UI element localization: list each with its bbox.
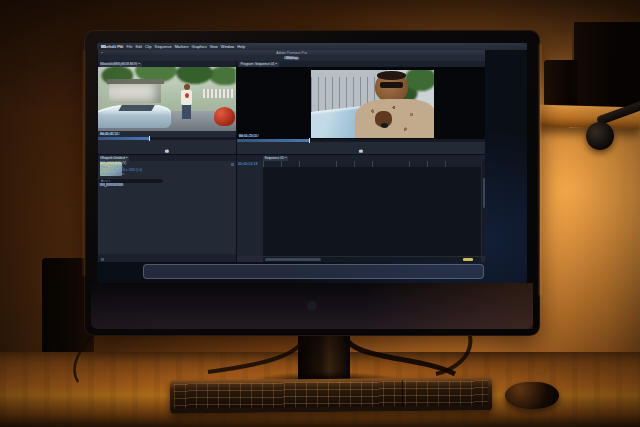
car-windshield — [118, 105, 155, 111]
clip-name: MVI_8057.MOV — [100, 184, 119, 188]
apple-keyboard — [170, 377, 492, 413]
source-timecode-duration: 00;00;46;12 — [100, 132, 118, 136]
timeline-vertical-scrollbar[interactable] — [482, 161, 485, 256]
menu-item-graphics[interactable]: Graphics — [191, 45, 206, 49]
timeline-panel: Sequence 01 ≡ 00;00;24;13 — [237, 155, 485, 262]
clip-caption: MVI_8057.MOVHD — [100, 184, 123, 188]
transport-button-8[interactable]: ▼ — [165, 149, 169, 153]
timeline-horizontal-scrollbar[interactable] — [263, 257, 481, 262]
tag-icon[interactable] — [231, 163, 234, 166]
project-clip-grid: MVI_8042.MOVHDMVI_8043.MOVHDMVI_8044.MOV… — [100, 184, 228, 254]
program-transport-controls: ≡{⇠◀▮▮▶⇢}▼ — [237, 147, 485, 154]
timeline-tracks-area[interactable] — [263, 161, 481, 256]
man-hair — [377, 71, 405, 79]
macos-dock — [143, 264, 484, 279]
screen: Premiere ProFileEditClipSequenceMarkersG… — [97, 43, 527, 283]
menu-bar-clock[interactable]: Thu 9:41 PM — [101, 45, 123, 49]
project-tab-2[interactable]: Libraries — [100, 156, 113, 160]
search-icon — [101, 180, 103, 182]
menu-item-window[interactable]: Window — [221, 45, 235, 49]
work-area-marker — [463, 258, 473, 261]
mouse — [505, 382, 559, 409]
search-input[interactable]: Search — [99, 179, 163, 183]
window-title: Adobe Premiere Pro — [276, 51, 307, 55]
program-scrub-bar[interactable] — [237, 139, 485, 142]
preview-line: 48000 Hz - Stereo — [100, 173, 142, 177]
menu-item-clip[interactable]: Clip — [145, 45, 152, 49]
program-video-frame[interactable] — [311, 70, 434, 138]
workspace-tab-»[interactable]: » — [291, 56, 293, 60]
program-monitor-panel: Program: Sequence 01 ≡ — [237, 61, 485, 154]
source-video-frame[interactable] — [98, 67, 236, 131]
project-preview: MVI_8058.MOV (V) Video, 23.976 fps 00;00… — [99, 161, 229, 178]
source-transport-controls: ≡{⇠◀▮▮▶⇢}▼ — [98, 147, 236, 154]
shirt-graphic — [185, 93, 189, 98]
project-side-rail — [230, 162, 235, 252]
tab-program[interactable]: Program: Sequence 01 ≡ — [239, 62, 279, 67]
fence — [203, 89, 233, 98]
menu-item-help[interactable]: Help — [237, 45, 245, 49]
red-car — [214, 107, 235, 126]
monitor-rim-light-right — [539, 44, 541, 296]
zoom-window-icon[interactable] — [101, 52, 103, 54]
premiere-window: Adobe Premiere Pro LearningAssemblyEditi… — [98, 50, 485, 262]
monitor-rim-light-left — [83, 50, 85, 276]
source-scrub-bar[interactable] — [98, 137, 236, 140]
delete-icon[interactable] — [101, 258, 104, 261]
monitor-chin — [91, 283, 533, 329]
menu-item-view[interactable]: View — [210, 45, 218, 49]
sunglasses — [380, 82, 403, 87]
program-timecode-duration: 00;01;23;10 — [239, 134, 257, 138]
menu-item-markers[interactable]: Markers — [175, 45, 189, 49]
source-tab-3[interactable]: Metadata — [100, 62, 114, 66]
preview-metadata: MVI_8058.MOV (V) Video, 23.976 fps 00;00… — [100, 162, 142, 176]
person-head — [184, 84, 190, 90]
program-stage — [237, 67, 485, 141]
clip-badge: HD — [119, 184, 123, 188]
person-pants — [182, 105, 191, 119]
tab-sequence[interactable]: Sequence 01 ≡ — [263, 156, 288, 161]
project-bottom-bar — [98, 254, 236, 262]
scrollbar-thumb[interactable] — [265, 258, 321, 261]
desk-photo-scene: Premiere ProFileEditClipSequenceMarkersG… — [0, 0, 640, 427]
menu-item-sequence[interactable]: Sequence — [155, 45, 172, 49]
timeline-track-headers: 00;00;24;13 — [237, 161, 263, 256]
project-panel: Project: Untitled ≡Media BrowserLibrarie… — [98, 155, 236, 262]
source-monitor-panel: Source: MVI_8058.MOV ≡Effect ControlsAud… — [98, 61, 236, 154]
timeline-ruler[interactable] — [263, 161, 481, 167]
transport-button-8[interactable]: ▼ — [359, 149, 363, 153]
timeline-timecode[interactable]: 00;00;24;13 — [238, 162, 258, 166]
macos-menu-bar: Premiere ProFileEditClipSequenceMarkersG… — [97, 43, 527, 50]
menu-item-edit[interactable]: Edit — [136, 45, 143, 49]
house — [109, 84, 161, 103]
menu-item-file[interactable]: File — [126, 45, 132, 49]
